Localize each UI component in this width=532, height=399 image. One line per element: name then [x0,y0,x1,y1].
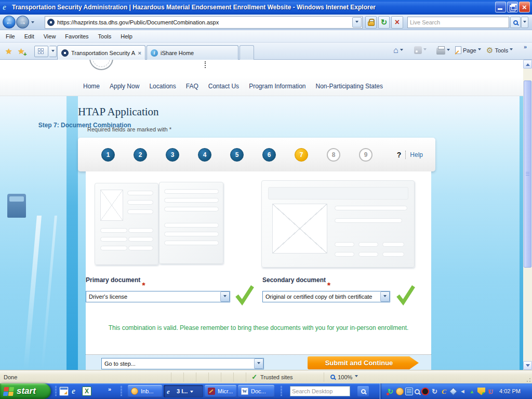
page-menu-button[interactable]: Page [455,46,481,54]
security-zone[interactable]: Trusted sites [246,373,324,382]
scrollbar-thumb[interactable] [524,81,531,268]
chevron-down-icon[interactable] [220,291,230,302]
chevron-down-icon[interactable] [254,358,263,369]
new-tab-stub[interactable] [240,45,254,60]
taskbar-window-inbox[interactable]: Inb... [128,385,162,397]
chevron-down-icon[interactable] [380,291,390,302]
menu-file[interactable]: File [1,31,20,42]
info-icon [151,49,158,57]
secondary-document-select[interactable]: Original or certified copy of birth cert… [262,291,390,302]
taskbar-window-document[interactable]: Doc... [238,385,274,397]
taskbar-window-access[interactable]: Micr... [205,385,236,397]
clock-reminder-icon[interactable] [396,388,404,395]
feeds-button[interactable] [414,46,427,54]
primary-document-select[interactable]: Driver's license [86,291,230,302]
nav-contact-us[interactable]: Contact Us [208,83,239,90]
menu-help[interactable]: Help [116,31,137,42]
live-search-box[interactable] [407,17,509,28]
magnifier-icon[interactable] [415,389,420,394]
nav-non-participating-states[interactable]: Non-Participating States [316,83,383,90]
desktop-search-button[interactable] [357,386,369,396]
background-road-streak [23,216,42,370]
scroll-down-button[interactable] [523,361,532,370]
security-lock-button[interactable] [365,16,377,29]
printer-icon [436,48,445,55]
tools-menu-button[interactable]: Tools [486,46,513,54]
required-fields-note: Required fields are marked with * [87,126,171,132]
zoom-icon [330,375,335,379]
gray-sync-icon[interactable] [431,388,438,395]
home-icon [393,46,398,55]
volume-icon[interactable] [459,388,467,395]
forward-button[interactable] [16,16,29,29]
url-text[interactable]: https://hazprints.tsa.dhs.gov/Public/Doc… [57,19,350,25]
title-bar[interactable]: Transportation Security Administration |… [0,0,532,15]
taskbar-window-ie-group[interactable]: 3 I... [164,385,203,397]
refresh-button[interactable] [378,16,390,29]
address-dropdown-button[interactable] [352,17,362,28]
nav-home[interactable]: Home [83,83,100,90]
submit-and-continue-button[interactable]: Submit and Continue [308,356,419,369]
toolbar-overflow-icon[interactable] [524,44,527,50]
tab-close-icon[interactable] [138,50,141,56]
internet-explorer-icon [3,3,12,12]
go-to-step-select[interactable]: Go to step... [101,358,264,369]
background-edge-strip [520,96,523,370]
menu-favorites[interactable]: Favorites [60,31,93,42]
blue-diamond-icon[interactable] [449,387,458,395]
tab-ishare[interactable]: iShare Home [147,45,238,60]
close-button[interactable] [519,2,530,12]
stop-button[interactable] [391,16,403,29]
red-u-icon[interactable] [487,388,495,395]
menu-edit[interactable]: Edit [20,31,39,42]
maximize-restore-button[interactable] [507,2,518,12]
history-dropdown-icon[interactable] [31,21,34,25]
favorites-star-icon[interactable]: ★ [5,47,12,56]
menu-view[interactable]: View [39,31,61,42]
gold-swoosh-icon[interactable] [440,388,448,395]
excel-icon[interactable] [82,387,91,396]
back-button[interactable] [3,16,16,29]
zoom-control[interactable]: 100% [324,373,371,382]
step-4: 4 [198,148,211,162]
gold-shield-icon[interactable] [477,388,485,395]
vertical-scrollbar[interactable] [523,60,532,370]
nav-program-information[interactable]: Program Information [249,83,305,90]
menu-tools[interactable]: Tools [94,31,116,42]
resize-grip [525,377,531,383]
green-upload-icon[interactable] [468,388,476,395]
search-button[interactable] [510,17,521,28]
quick-tabs-button[interactable] [34,46,48,57]
search-options-dropdown[interactable] [521,17,528,28]
toolbar-handle[interactable] [281,386,282,396]
home-button[interactable] [393,46,403,55]
desktop-search-box[interactable] [290,386,350,396]
black-red-ring-icon[interactable] [421,388,429,395]
toolbar-handle[interactable] [55,386,57,396]
address-bar[interactable]: https://hazprints.tsa.dhs.gov/Public/Doc… [45,16,363,29]
internet-explorer-icon[interactable] [72,387,81,396]
green-sync-alert-icon[interactable] [387,388,394,395]
nav-faq[interactable]: FAQ [186,83,198,90]
start-button[interactable]: start [0,383,51,399]
live-search-input[interactable] [410,19,507,25]
show-desktop-icon[interactable] [59,387,69,396]
desktop-search-input[interactable] [292,388,348,394]
quick-launch-overflow-icon[interactable] [108,386,111,392]
help-link[interactable]: Help [410,151,423,158]
toolbar-handle[interactable] [121,386,122,396]
minimize-button[interactable] [495,2,506,12]
nav-apply-now[interactable]: Apply Now [110,83,139,90]
print-button[interactable] [436,46,450,55]
blue-badge-icon[interactable] [405,388,413,395]
taskbar-clock[interactable]: 4:02 PM [499,388,521,394]
secondary-document-label: Secondary document* [262,276,326,284]
lock-icon [368,21,375,26]
system-tray: 4:02 PM [380,383,532,399]
tab-tsa[interactable]: Transportation Security A... [57,45,145,60]
nav-locations[interactable]: Locations [149,83,176,90]
add-favorite-icon[interactable]: ★ [18,47,24,56]
zone-label: Trusted sites [260,374,293,380]
tab-list-dropdown[interactable] [49,46,57,57]
scroll-up-button[interactable] [523,60,532,69]
